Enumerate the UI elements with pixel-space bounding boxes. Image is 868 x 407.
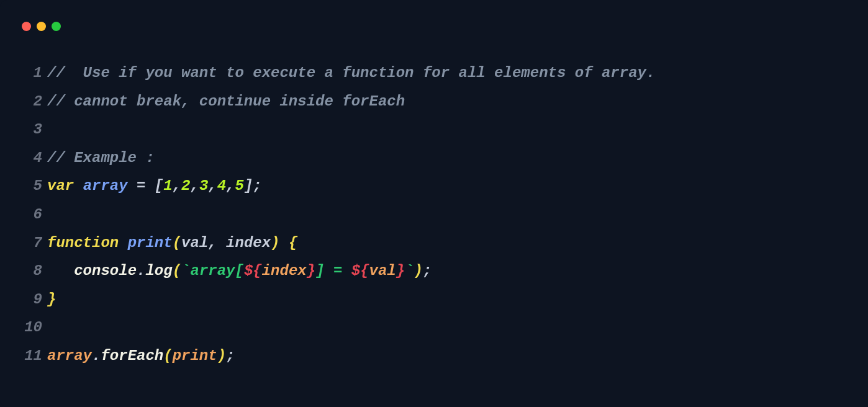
code-token: .	[137, 262, 145, 279]
code-token: function	[47, 235, 119, 251]
code-token: val	[369, 262, 396, 279]
line-content[interactable]: // cannot break, continue inside forEach	[47, 87, 849, 116]
code-line[interactable]: 2// cannot break, continue inside forEac…	[19, 87, 849, 116]
line-number: 9	[19, 285, 42, 314]
code-token: ;	[226, 347, 235, 364]
code-token	[145, 177, 154, 194]
code-token: ;	[423, 262, 432, 279]
code-line[interactable]: 6	[19, 200, 849, 229]
code-token: array	[47, 347, 92, 364]
line-content[interactable]: array.forEach(print);	[47, 342, 849, 370]
code-token: 4	[217, 177, 226, 194]
line-content[interactable]: var array = [1,2,3,4,5];	[47, 172, 849, 200]
code-token: // Use if you want to execute a function…	[47, 65, 655, 81]
line-content[interactable]	[47, 115, 849, 144]
code-token: 5	[235, 177, 244, 194]
code-line[interactable]: 4// Example :	[19, 144, 849, 172]
line-number: 3	[19, 115, 42, 144]
line-content[interactable]: function print(val, index) {	[47, 229, 849, 257]
code-token: ,	[190, 177, 199, 194]
code-token: ,	[208, 177, 217, 194]
line-number: 8	[19, 257, 42, 285]
code-token	[47, 262, 74, 279]
close-icon[interactable]	[22, 22, 31, 31]
line-number: 11	[19, 342, 42, 370]
line-number: 2	[19, 87, 42, 116]
line-number: 4	[19, 144, 42, 172]
code-token: ,	[226, 177, 235, 194]
code-line[interactable]: 11array.forEach(print);	[19, 342, 849, 370]
line-number: 10	[19, 313, 42, 342]
line-content[interactable]: }	[47, 285, 849, 314]
code-token	[74, 177, 83, 194]
window-titlebar	[0, 0, 868, 31]
code-line[interactable]: 8 console.log(`array[${index}] = ${val}`…	[19, 257, 849, 285]
code-token: (	[163, 347, 172, 364]
code-token: console	[74, 262, 137, 279]
line-content[interactable]: // Example :	[47, 144, 849, 172]
code-token	[280, 235, 289, 251]
code-token: {	[289, 235, 297, 251]
code-token: 3	[199, 177, 208, 194]
code-token: var	[47, 177, 74, 194]
code-token: index	[226, 235, 271, 251]
code-token: (	[173, 235, 181, 251]
maximize-icon[interactable]	[52, 22, 61, 31]
code-token	[217, 235, 226, 251]
line-content[interactable]	[47, 200, 849, 229]
code-line[interactable]: 10	[19, 313, 849, 342]
line-content[interactable]: // Use if you want to execute a function…	[47, 59, 849, 87]
code-token: ,	[173, 177, 181, 194]
code-token: print	[173, 347, 217, 364]
code-token: print	[128, 235, 173, 251]
code-line[interactable]: 9}	[19, 285, 849, 314]
code-token: 1	[163, 177, 172, 194]
code-line[interactable]: 1// Use if you want to execute a functio…	[19, 59, 849, 87]
line-number: 1	[19, 59, 42, 87]
code-line[interactable]: 7function print(val, index) {	[19, 229, 849, 257]
code-token: }	[307, 262, 315, 279]
code-token: ] =	[315, 262, 351, 279]
line-content[interactable]: console.log(`array[${index}] = ${val}`);	[47, 257, 849, 285]
code-token: ${	[351, 262, 369, 279]
code-token	[119, 235, 127, 251]
code-token: [	[155, 177, 163, 194]
code-token: array	[83, 177, 128, 194]
code-token: // Example :	[47, 150, 155, 166]
code-token: =	[137, 177, 145, 194]
code-token: ];	[244, 177, 262, 194]
code-token: )	[271, 235, 279, 251]
code-token: }	[47, 291, 56, 308]
minimize-icon[interactable]	[37, 22, 46, 31]
code-token: // cannot break, continue inside forEach	[47, 93, 405, 110]
code-token: forEach	[101, 347, 163, 364]
code-token: ${	[244, 262, 262, 279]
code-editor[interactable]: 1// Use if you want to execute a functio…	[0, 31, 868, 389]
code-token: ,	[208, 235, 217, 251]
code-token: `array[	[181, 262, 244, 279]
line-number: 6	[19, 200, 42, 229]
line-number: 5	[19, 172, 42, 200]
code-token: }	[396, 262, 405, 279]
code-token: `	[405, 262, 414, 279]
code-token: index	[262, 262, 307, 279]
code-token: .	[92, 347, 101, 364]
code-token	[128, 177, 137, 194]
line-number: 7	[19, 229, 42, 257]
code-token: log	[145, 262, 172, 279]
line-content[interactable]	[47, 313, 849, 342]
code-token: 2	[181, 177, 190, 194]
code-line[interactable]: 5var array = [1,2,3,4,5];	[19, 172, 849, 200]
editor-window: 1// Use if you want to execute a functio…	[0, 0, 868, 407]
code-token: )	[217, 347, 226, 364]
code-token: val	[181, 235, 208, 251]
code-token: )	[414, 262, 423, 279]
code-line[interactable]: 3	[19, 115, 849, 144]
code-token: (	[173, 262, 181, 279]
